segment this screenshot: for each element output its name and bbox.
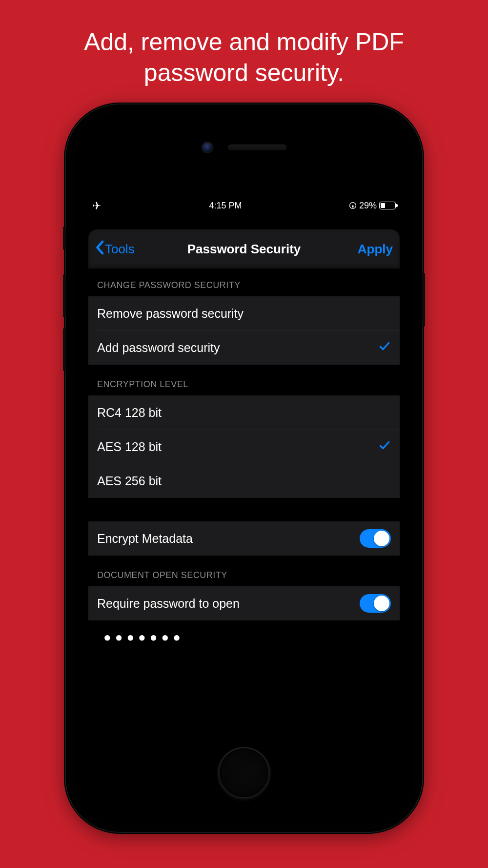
option-label: AES 128 bit [97, 440, 162, 454]
option-rc4-128[interactable]: RC4 128 bit [88, 395, 400, 430]
option-aes-256[interactable]: AES 256 bit [88, 464, 400, 498]
section-header-encryption: ENCRYPTION LEVEL [88, 365, 400, 395]
back-label: Tools [105, 242, 135, 257]
apply-button[interactable]: Apply [358, 242, 393, 257]
option-add-password[interactable]: Add password security [88, 331, 400, 365]
option-label: Remove password security [97, 307, 244, 321]
screen: 4:15 PM 29% Tools Password Security [88, 199, 400, 730]
settings-list: CHANGE PASSWORD SECURITY Remove password… [88, 269, 400, 649]
battery-icon [379, 202, 396, 209]
password-masked-value: ●●●●●●● [103, 630, 184, 645]
encrypt-metadata-toggle[interactable] [360, 529, 391, 548]
status-time: 4:15 PM [209, 201, 242, 211]
airplane-mode-icon [92, 201, 102, 210]
encrypt-metadata-row[interactable]: Encrypt Metadata [88, 521, 400, 556]
option-label: RC4 128 bit [97, 406, 162, 420]
home-button[interactable] [217, 747, 271, 801]
earpiece-speaker [228, 145, 286, 150]
nav-bar: Tools Password Security Apply [88, 229, 400, 269]
battery-percent: 29% [359, 201, 377, 211]
checkmark-icon [378, 340, 391, 355]
require-password-toggle[interactable] [360, 594, 391, 613]
phone-volume-down [63, 328, 66, 371]
section-header-doc-open: DOCUMENT OPEN SECURITY [88, 556, 400, 586]
row-label: Require password to open [97, 597, 240, 611]
phone-volume-up [63, 274, 66, 317]
chevron-left-icon [95, 240, 104, 258]
option-label: Add password security [97, 341, 220, 355]
promo-title: Add, remove and modify PDF password secu… [0, 0, 488, 103]
phone-frame: 4:15 PM 29% Tools Password Security [66, 104, 422, 832]
section-spacer [88, 498, 400, 521]
option-label: AES 256 bit [97, 474, 162, 488]
section-header-change: CHANGE PASSWORD SECURITY [88, 269, 400, 296]
checkmark-icon [378, 439, 391, 455]
option-aes-128[interactable]: AES 128 bit [88, 430, 400, 464]
phone-mute-switch [63, 227, 66, 250]
phone-power-button [422, 273, 425, 327]
back-button[interactable]: Tools [95, 240, 135, 258]
front-camera [202, 142, 213, 153]
status-bar: 4:15 PM 29% [88, 199, 400, 212]
page-title: Password Security [187, 242, 301, 257]
require-password-row[interactable]: Require password to open [88, 586, 400, 620]
open-password-input[interactable]: ●●●●●●● [97, 625, 391, 649]
orientation-lock-icon [349, 202, 357, 209]
option-remove-password[interactable]: Remove password security [88, 296, 400, 331]
row-label: Encrypt Metadata [97, 532, 193, 546]
